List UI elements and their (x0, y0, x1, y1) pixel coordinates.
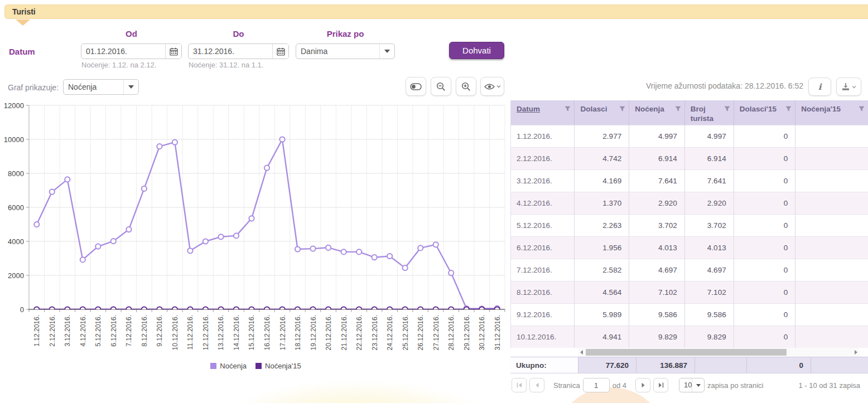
table-cell: 1.956 (575, 236, 629, 259)
turisti-dashboard: Turisti Od Do Prikaz po Datum Noćenje: 1… (0, 0, 868, 403)
table-cell: 0 (734, 281, 795, 303)
table-cell: 10.12.2016. (511, 326, 575, 348)
results-grid: DatumDolasciNoćenjaBroj turistaDolasci'1… (510, 100, 868, 348)
total-cell: 0 (746, 357, 811, 373)
filter-icon[interactable] (724, 106, 730, 112)
table-cell (795, 147, 868, 169)
table-cell (795, 281, 868, 303)
page-number-input[interactable] (583, 378, 610, 392)
date-from-hint: Noćenje: 1.12. na 2.12. (81, 61, 156, 69)
column-header-3[interactable]: Broj turista (684, 100, 734, 125)
table-cell: 9.586 (629, 303, 685, 326)
last-page-icon (658, 382, 664, 389)
table-cell: 0 (734, 326, 795, 348)
filter-icon[interactable] (619, 106, 625, 112)
column-header-5[interactable]: Noćenja'15 (795, 100, 868, 125)
scroll-left-arrow[interactable] (578, 348, 585, 357)
filter-icon[interactable] (675, 106, 681, 112)
table-cell: 1.12.2016. (511, 125, 575, 147)
toggle-icon (410, 83, 422, 90)
table-cell: 9.586 (684, 303, 734, 326)
table-cell: 7.641 (684, 169, 734, 192)
svg-text:30.12.2016.: 30.12.2016. (478, 315, 486, 350)
legend-item-0[interactable]: Noćenja (210, 362, 247, 370)
graf-prikazuje-select[interactable]: Noćenja (63, 79, 139, 95)
table-cell: 0 (734, 236, 795, 259)
chevron-down-icon (384, 50, 390, 53)
column-header-0[interactable]: Datum (511, 100, 575, 125)
svg-text:8.12.2016.: 8.12.2016. (141, 315, 148, 347)
export-button[interactable] (836, 77, 861, 96)
stranica-label: Stranica (553, 381, 580, 390)
svg-text:14.12.2016.: 14.12.2016. (233, 315, 240, 350)
svg-text:23.12.2016.: 23.12.2016. (371, 315, 379, 350)
filter-icon[interactable] (785, 106, 792, 112)
svg-text:19.12.2016.: 19.12.2016. (310, 315, 317, 350)
scrollbar-track[interactable] (585, 349, 852, 356)
zoom-in-button[interactable] (456, 77, 476, 96)
column-label: Dolasci (580, 105, 607, 114)
table-cell (795, 214, 868, 236)
prikaz-po-select[interactable]: Danima (296, 43, 395, 59)
svg-text:6.12.2016.: 6.12.2016. (110, 315, 118, 347)
dohvati-button[interactable]: Dohvati (449, 42, 504, 59)
scroll-right-arrow[interactable] (852, 348, 859, 357)
svg-text:15.12.2016.: 15.12.2016. (248, 315, 255, 350)
page-size-select[interactable]: 10 (679, 378, 705, 392)
download-icon (841, 82, 850, 91)
svg-text:17.12.2016.: 17.12.2016. (279, 315, 287, 350)
column-header-2[interactable]: Noćenja (629, 100, 685, 125)
last-page-button[interactable] (653, 378, 668, 392)
column-header-4[interactable]: Dolasci'15 (734, 100, 795, 125)
date-from-field (81, 43, 182, 59)
tab-turisti[interactable]: Turisti (4, 4, 868, 19)
total-cell (811, 357, 868, 373)
svg-text:5.12.2016.: 5.12.2016. (94, 315, 102, 347)
prev-page-icon (534, 382, 541, 389)
table-cell: 4.697 (629, 259, 685, 281)
scrollbar-thumb[interactable] (586, 349, 787, 356)
total-label: Ukupno: (510, 357, 578, 373)
date-to-hint: Noćenje: 31.12. na 1.1. (189, 61, 263, 69)
table-cell: 3.702 (629, 214, 685, 236)
table-cell (795, 303, 868, 326)
svg-text:10.12.2016.: 10.12.2016. (171, 315, 179, 350)
table-cell: 9.829 (684, 326, 734, 348)
filter-icon[interactable] (565, 106, 571, 112)
zoom-out-icon (436, 82, 446, 91)
records-range-label: 1 - 10 od 31 zapisa (798, 381, 860, 390)
table-cell (795, 169, 868, 192)
svg-text:29.12.2016.: 29.12.2016. (463, 315, 471, 350)
graf-prikazuje-label: Graf prikazuje: (8, 83, 59, 92)
info-button[interactable]: i (808, 77, 831, 96)
table-cell: 4.997 (684, 125, 734, 147)
eye-icon (484, 83, 495, 90)
chart-toggle-button[interactable] (406, 77, 426, 96)
zoom-out-button[interactable] (431, 77, 451, 96)
date-from-input[interactable] (81, 44, 165, 59)
first-page-button[interactable] (512, 378, 527, 392)
date-to-input[interactable] (189, 44, 272, 59)
table-cell: 9.12.2016. (511, 303, 575, 326)
next-page-button[interactable] (635, 378, 650, 392)
calendar-icon (277, 47, 285, 56)
series-visibility-button[interactable] (480, 77, 504, 96)
filter-icon[interactable] (859, 106, 865, 112)
decorative-blob (201, 379, 513, 403)
table-cell: 7.102 (629, 281, 685, 303)
chevron-down-icon (496, 84, 501, 89)
svg-text:2000: 2000 (8, 271, 24, 280)
column-header-1[interactable]: Dolasci (575, 100, 629, 125)
calendar-button-from[interactable] (165, 44, 181, 59)
svg-text:27.12.2016.: 27.12.2016. (432, 315, 440, 350)
legend-item-1[interactable]: Noćenja'15 (255, 362, 301, 370)
prikaz-po-label: Prikaz po (296, 29, 395, 38)
svg-text:25.12.2016.: 25.12.2016. (402, 315, 409, 350)
table-row: 10.12.2016.4.9419.8299.8290 (511, 326, 868, 348)
page-count-label: od 4 (613, 381, 626, 390)
prev-page-button[interactable] (529, 378, 544, 392)
calendar-button-to[interactable] (272, 44, 288, 59)
table-cell: 2.582 (575, 259, 629, 281)
svg-text:3.12.2016.: 3.12.2016. (64, 315, 71, 347)
nocenja-line-chart: 0200040006000800010000120001.12.2016.2.1… (3, 101, 508, 363)
